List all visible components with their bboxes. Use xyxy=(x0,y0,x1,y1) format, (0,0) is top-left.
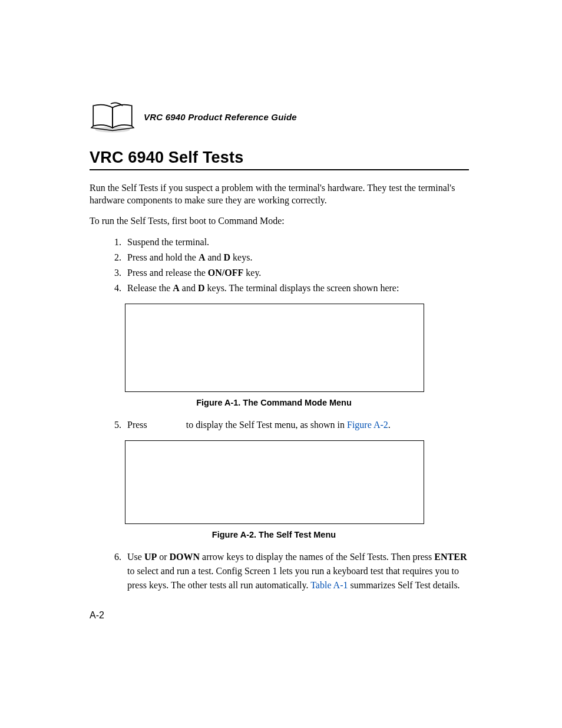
open-book-icon xyxy=(90,99,135,134)
step-1-text: Suspend the terminal. xyxy=(127,237,209,247)
step-2-text-mid: and xyxy=(205,252,223,262)
key-down: DOWN xyxy=(170,552,200,562)
step-4-text-mid: and xyxy=(180,283,198,293)
section-title-rule xyxy=(90,169,469,170)
key-a-2: A xyxy=(173,283,180,293)
step-1: Suspend the terminal. xyxy=(124,235,469,249)
steps-list-cont2: Use UP or DOWN arrow keys to display the… xyxy=(106,550,469,592)
steps-list-cont: Press to display the Self Test menu, as … xyxy=(106,418,469,432)
section-title: VRC 6940 Self Tests xyxy=(90,149,469,167)
key-a: A xyxy=(199,252,206,262)
step-6-text-pre: Use xyxy=(127,552,144,562)
step-6-text-mid1: or xyxy=(157,552,169,562)
step-5-text-pre: Press xyxy=(127,420,150,430)
figure-a2-ref[interactable]: Figure A-2 xyxy=(347,420,388,430)
step-6-text-mid2: arrow keys to display the names of the S… xyxy=(200,552,434,562)
step-5-text-mid: to display the Self Test menu, as shown … xyxy=(184,420,347,430)
step-6-text-post: summarizes Self Test details. xyxy=(348,580,460,590)
intro-paragraph-1: Run the Self Tests if you suspect a prob… xyxy=(90,182,469,207)
step-5-text-post: . xyxy=(388,420,391,430)
table-a1-ref[interactable]: Table A-1 xyxy=(310,580,348,590)
key-d-2: D xyxy=(198,283,205,293)
step-2-text-pre: Press and hold the xyxy=(127,252,199,262)
running-head: VRC 6940 Product Reference Guide xyxy=(90,99,469,134)
step-6: Use UP or DOWN arrow keys to display the… xyxy=(124,550,469,592)
figure-a2-box xyxy=(125,440,424,524)
intro-paragraph-2: To run the Self Tests, first boot to Com… xyxy=(90,215,469,228)
key-enter: ENTER xyxy=(434,552,467,562)
key-up: UP xyxy=(144,552,157,562)
step-5: Press to display the Self Test menu, as … xyxy=(124,418,469,432)
step-3-text-post: key. xyxy=(243,268,261,278)
key-d: D xyxy=(224,252,231,262)
step-4-text-pre: Release the xyxy=(127,283,173,293)
figure-a1-box xyxy=(125,304,424,392)
document-page: VRC 6940 Product Reference Guide VRC 694… xyxy=(0,0,562,728)
step-4-text-post: keys. The terminal displays the screen s… xyxy=(205,283,399,293)
step-4: Release the A and D keys. The terminal d… xyxy=(124,281,469,295)
step-2-text-post: keys. xyxy=(230,252,252,262)
step-2: Press and hold the A and D keys. xyxy=(124,251,469,265)
key-onoff: ON/OFF xyxy=(208,268,243,278)
figure-a1-caption: Figure A-1. The Command Mode Menu xyxy=(125,398,423,407)
page-number: A-2 xyxy=(90,610,104,621)
steps-list: Suspend the terminal. Press and hold the… xyxy=(106,235,469,295)
step-3: Press and release the ON/OFF key. xyxy=(124,266,469,280)
step-3-text-pre: Press and release the xyxy=(127,268,208,278)
figure-a2-caption: Figure A-2. The Self Test Menu xyxy=(125,530,423,539)
running-head-text: VRC 6940 Product Reference Guide xyxy=(144,112,297,122)
